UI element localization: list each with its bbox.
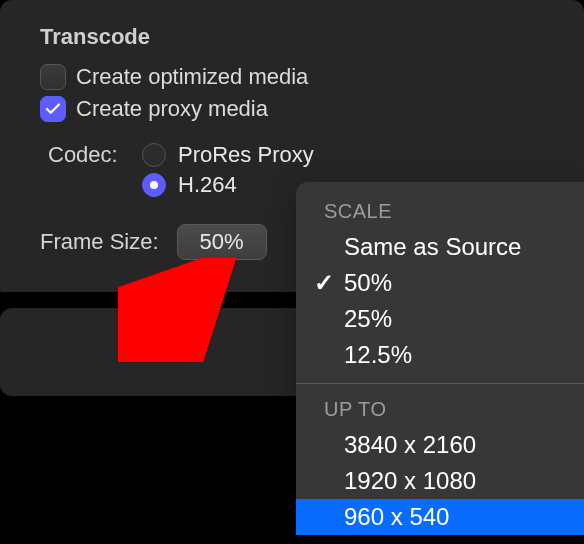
create-optimized-row[interactable]: Create optimized media	[40, 64, 560, 90]
menu-item-label: Same as Source	[344, 233, 521, 261]
menu-item-label: 1920 x 1080	[344, 467, 476, 495]
frame-size-menu[interactable]: SCALE ✓ Same as Source ✓ 50% ✓ 25% ✓ 12.…	[296, 182, 584, 535]
radio-h264-label: H.264	[178, 172, 237, 198]
checkbox-optimized-label: Create optimized media	[76, 64, 308, 90]
menu-item-label: 3840 x 2160	[344, 431, 476, 459]
menu-item-50[interactable]: ✓ 50%	[296, 265, 584, 301]
checkbox-proxy-label: Create proxy media	[76, 96, 268, 122]
checkmark-icon: ✓	[312, 269, 336, 297]
checkbox-optimized[interactable]	[40, 64, 66, 90]
menu-item-label: 12.5%	[344, 341, 412, 369]
menu-header-upto: UP TO	[296, 392, 584, 427]
radio-prores-label: ProRes Proxy	[178, 142, 314, 168]
menu-item-1920[interactable]: ✓ 1920 x 1080	[296, 463, 584, 499]
menu-item-label: 25%	[344, 305, 392, 333]
menu-item-3840[interactable]: ✓ 3840 x 2160	[296, 427, 584, 463]
menu-item-12-5[interactable]: ✓ 12.5%	[296, 337, 584, 373]
codec-label: Codec:	[44, 142, 124, 168]
menu-item-label: 50%	[344, 269, 392, 297]
menu-item-25[interactable]: ✓ 25%	[296, 301, 584, 337]
menu-separator	[296, 383, 584, 384]
menu-item-960[interactable]: ✓ 960 x 540	[296, 499, 584, 535]
frame-size-label: Frame Size:	[40, 229, 159, 255]
radio-h264[interactable]	[142, 173, 166, 197]
menu-item-same-as-source[interactable]: ✓ Same as Source	[296, 229, 584, 265]
section-title: Transcode	[40, 24, 560, 50]
menu-item-label: 960 x 540	[344, 503, 449, 531]
radio-prores[interactable]	[142, 143, 166, 167]
create-proxy-row[interactable]: Create proxy media	[40, 96, 560, 122]
checkbox-proxy[interactable]	[40, 96, 66, 122]
menu-header-scale: SCALE	[296, 194, 584, 229]
frame-size-popup[interactable]: 50%	[177, 224, 267, 260]
